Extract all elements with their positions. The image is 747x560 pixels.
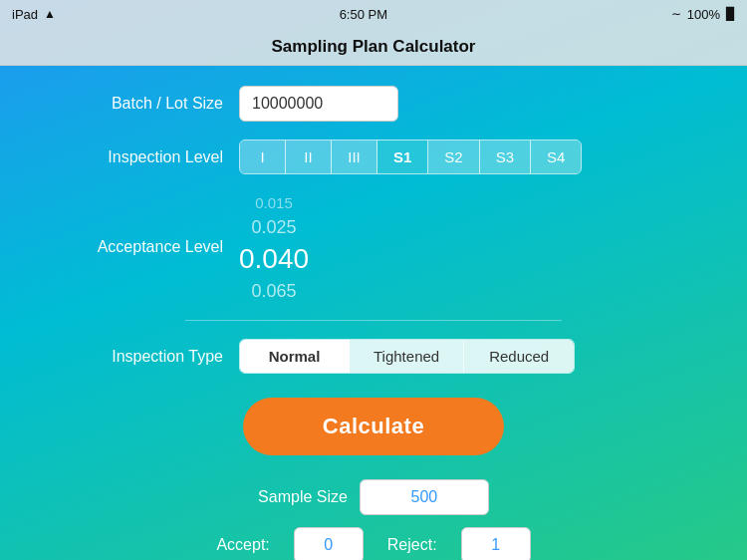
type-btn-normal[interactable]: Normal	[240, 340, 350, 373]
seg-btn-S2[interactable]: S2	[428, 140, 479, 173]
reject-label: Reject:	[387, 536, 437, 554]
inspection-type-control: Normal Tightened Reduced	[239, 339, 575, 374]
seg-btn-S1[interactable]: S1	[377, 140, 428, 173]
status-bar: iPad ▲ 6:50 PM ∼ 100% ▉	[0, 0, 747, 28]
accept-group: Accept:	[216, 527, 363, 560]
sample-size-row: Sample Size	[60, 479, 687, 515]
aql-val-0: 0.015	[255, 192, 293, 214]
ipad-label: iPad	[12, 7, 38, 22]
battery-icon: ▉	[726, 7, 735, 21]
type-btn-reduced[interactable]: Reduced	[464, 340, 574, 373]
batch-size-label: Batch / Lot Size	[60, 95, 239, 113]
title-bar: Sampling Plan Calculator	[0, 28, 747, 66]
aql-val-selected: 0.040	[239, 240, 309, 278]
battery-label: 100%	[687, 7, 720, 22]
seg-btn-S4[interactable]: S4	[531, 140, 581, 173]
calculate-button[interactable]: Calculate	[243, 398, 504, 455]
accept-value[interactable]	[294, 527, 364, 560]
seg-btn-II[interactable]: II	[286, 140, 332, 173]
inspection-level-label: Inspection Level	[60, 148, 239, 166]
calculate-row: Calculate	[60, 398, 687, 455]
main-content: Batch / Lot Size Inspection Level I II I…	[0, 66, 747, 560]
acceptance-level-row: Acceptance Level 0.015 0.025 0.040 0.065…	[60, 192, 687, 302]
inspection-type-label: Inspection Type	[60, 348, 239, 366]
aql-val-3: 0.065	[252, 278, 297, 302]
aql-val-1: 0.025	[252, 214, 297, 240]
reject-value[interactable]	[461, 527, 531, 560]
seg-btn-S3[interactable]: S3	[480, 140, 531, 173]
batch-size-row: Batch / Lot Size	[60, 86, 687, 122]
seg-btn-III[interactable]: III	[332, 140, 377, 173]
divider	[185, 320, 562, 321]
seg-btn-I[interactable]: I	[240, 140, 286, 173]
inspection-level-control: I II III S1 S2 S3 S4	[239, 140, 582, 174]
page-title: Sampling Plan Calculator	[272, 37, 476, 57]
sample-size-label: Sample Size	[258, 488, 348, 506]
bluetooth-icon: ∼	[671, 7, 681, 21]
batch-size-input[interactable]	[239, 86, 398, 122]
acceptance-level-picker[interactable]: 0.015 0.025 0.040 0.065 0.10	[239, 192, 309, 302]
inspection-type-row: Inspection Type Normal Tightened Reduced	[60, 339, 687, 374]
acceptance-level-label: Acceptance Level	[60, 238, 239, 256]
accept-reject-row: Accept: Reject:	[60, 527, 687, 560]
wifi-icon: ▲	[44, 7, 56, 21]
accept-label: Accept:	[216, 536, 269, 554]
inspection-level-row: Inspection Level I II III S1 S2 S3 S4	[60, 140, 687, 174]
sample-size-value[interactable]	[360, 479, 489, 515]
reject-group: Reject:	[387, 527, 531, 560]
time-display: 6:50 PM	[340, 7, 387, 22]
type-btn-tightened[interactable]: Tightened	[350, 340, 464, 373]
